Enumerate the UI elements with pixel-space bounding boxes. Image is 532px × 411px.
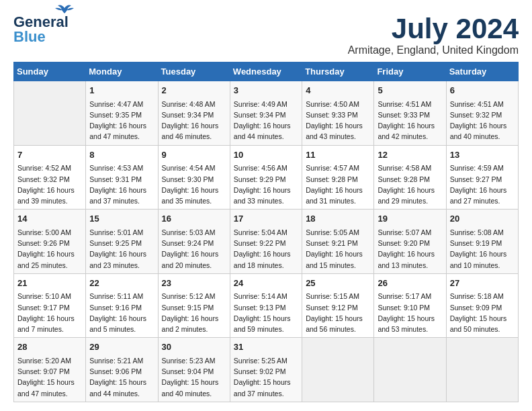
day-info: Sunrise: 5:18 AM Sunset: 9:09 PM Dayligh… xyxy=(450,291,515,334)
day-number: 22 xyxy=(89,277,154,290)
day-number: 30 xyxy=(162,340,226,354)
day-info: Sunrise: 5:25 AM Sunset: 9:02 PM Dayligh… xyxy=(234,355,298,399)
day-info: Sunrise: 5:21 AM Sunset: 9:06 PM Dayligh… xyxy=(89,355,154,399)
calendar-cell: 28Sunrise: 5:20 AM Sunset: 9:07 PM Dayli… xyxy=(14,338,86,402)
day-info: Sunrise: 5:08 AM Sunset: 9:19 PM Dayligh… xyxy=(450,227,515,271)
calendar-cell: 10Sunrise: 4:56 AM Sunset: 9:29 PM Dayli… xyxy=(230,145,302,210)
day-info: Sunrise: 4:53 AM Sunset: 9:31 PM Dayligh… xyxy=(89,163,154,206)
calendar-cell: 19Sunrise: 5:07 AM Sunset: 9:20 PM Dayli… xyxy=(374,210,446,274)
day-number: 4 xyxy=(306,84,370,97)
calendar-cell xyxy=(374,338,446,402)
calendar-cell: 27Sunrise: 5:18 AM Sunset: 9:09 PM Dayli… xyxy=(446,273,518,338)
day-info: Sunrise: 4:57 AM Sunset: 9:28 PM Dayligh… xyxy=(306,163,370,206)
day-number: 18 xyxy=(306,212,370,226)
day-number: 25 xyxy=(306,277,370,290)
calendar-cell: 24Sunrise: 5:14 AM Sunset: 9:13 PM Dayli… xyxy=(230,273,302,338)
day-number: 26 xyxy=(378,277,442,290)
day-header-sunday: Sunday xyxy=(14,62,86,81)
day-info: Sunrise: 4:49 AM Sunset: 9:34 PM Dayligh… xyxy=(234,99,298,142)
day-info: Sunrise: 5:01 AM Sunset: 9:25 PM Dayligh… xyxy=(89,227,154,271)
day-info: Sunrise: 4:59 AM Sunset: 9:27 PM Dayligh… xyxy=(450,163,515,206)
calendar-cell: 30Sunrise: 5:23 AM Sunset: 9:04 PM Dayli… xyxy=(158,338,230,402)
week-row-5: 28Sunrise: 5:20 AM Sunset: 9:07 PM Dayli… xyxy=(14,338,519,402)
calendar-cell xyxy=(302,338,374,402)
day-info: Sunrise: 5:20 AM Sunset: 9:07 PM Dayligh… xyxy=(17,355,82,399)
day-number: 10 xyxy=(234,148,298,162)
calendar-cell: 29Sunrise: 5:21 AM Sunset: 9:06 PM Dayli… xyxy=(86,338,158,402)
day-info: Sunrise: 5:15 AM Sunset: 9:12 PM Dayligh… xyxy=(306,291,370,334)
days-header-row: SundayMondayTuesdayWednesdayThursdayFrid… xyxy=(14,62,519,81)
day-number: 28 xyxy=(17,340,82,354)
calendar-cell: 21Sunrise: 5:10 AM Sunset: 9:17 PM Dayli… xyxy=(14,273,86,338)
day-info: Sunrise: 5:11 AM Sunset: 9:16 PM Dayligh… xyxy=(89,291,154,334)
day-info: Sunrise: 5:04 AM Sunset: 9:22 PM Dayligh… xyxy=(234,227,298,271)
day-info: Sunrise: 5:17 AM Sunset: 9:10 PM Dayligh… xyxy=(378,291,442,334)
calendar-cell: 22Sunrise: 5:11 AM Sunset: 9:16 PM Dayli… xyxy=(86,273,158,338)
day-info: Sunrise: 4:52 AM Sunset: 9:32 PM Dayligh… xyxy=(17,163,82,206)
day-number: 5 xyxy=(378,84,442,97)
day-header-tuesday: Tuesday xyxy=(158,62,230,81)
calendar-cell: 6Sunrise: 4:51 AM Sunset: 9:32 PM Daylig… xyxy=(446,81,518,146)
week-row-4: 21Sunrise: 5:10 AM Sunset: 9:17 PM Dayli… xyxy=(14,273,519,338)
calendar-cell: 11Sunrise: 4:57 AM Sunset: 9:28 PM Dayli… xyxy=(302,145,374,210)
location: Armitage, England, United Kingdom xyxy=(348,44,519,56)
calendar-cell: 7Sunrise: 4:52 AM Sunset: 9:32 PM Daylig… xyxy=(14,145,86,210)
day-info: Sunrise: 4:56 AM Sunset: 9:29 PM Dayligh… xyxy=(234,163,298,206)
day-number: 27 xyxy=(450,277,515,290)
day-header-saturday: Saturday xyxy=(446,62,518,81)
day-header-friday: Friday xyxy=(374,62,446,81)
calendar-cell: 31Sunrise: 5:25 AM Sunset: 9:02 PM Dayli… xyxy=(230,338,302,402)
calendar-cell: 8Sunrise: 4:53 AM Sunset: 9:31 PM Daylig… xyxy=(86,145,158,210)
logo-bird-icon xyxy=(55,4,74,16)
day-info: Sunrise: 4:48 AM Sunset: 9:34 PM Dayligh… xyxy=(162,99,226,142)
day-number: 13 xyxy=(450,148,515,162)
day-number: 23 xyxy=(162,277,226,290)
day-number: 11 xyxy=(306,148,370,162)
calendar-cell: 1Sunrise: 4:47 AM Sunset: 9:35 PM Daylig… xyxy=(86,81,158,146)
day-number: 8 xyxy=(89,148,154,162)
day-number: 31 xyxy=(234,340,298,354)
day-info: Sunrise: 5:14 AM Sunset: 9:13 PM Dayligh… xyxy=(234,291,298,334)
day-info: Sunrise: 5:12 AM Sunset: 9:15 PM Dayligh… xyxy=(162,291,226,334)
calendar-cell: 23Sunrise: 5:12 AM Sunset: 9:15 PM Dayli… xyxy=(158,273,230,338)
day-info: Sunrise: 5:05 AM Sunset: 9:21 PM Dayligh… xyxy=(306,227,370,271)
day-info: Sunrise: 4:47 AM Sunset: 9:35 PM Dayligh… xyxy=(89,99,154,142)
week-row-2: 7Sunrise: 4:52 AM Sunset: 9:32 PM Daylig… xyxy=(14,145,519,210)
day-info: Sunrise: 4:50 AM Sunset: 9:33 PM Dayligh… xyxy=(306,99,370,142)
calendar-cell: 12Sunrise: 4:58 AM Sunset: 9:28 PM Dayli… xyxy=(374,145,446,210)
month-title: July 2024 xyxy=(348,13,519,44)
day-number: 3 xyxy=(234,84,298,97)
week-row-3: 14Sunrise: 5:00 AM Sunset: 9:26 PM Dayli… xyxy=(14,210,519,274)
day-info: Sunrise: 4:58 AM Sunset: 9:28 PM Dayligh… xyxy=(378,163,442,206)
logo: General Blue xyxy=(13,13,69,46)
day-number: 7 xyxy=(17,148,82,162)
day-number: 21 xyxy=(17,277,82,290)
calendar-cell: 16Sunrise: 5:03 AM Sunset: 9:24 PM Dayli… xyxy=(158,210,230,274)
calendar-cell: 20Sunrise: 5:08 AM Sunset: 9:19 PM Dayli… xyxy=(446,210,518,274)
day-number: 19 xyxy=(378,212,442,226)
day-number: 1 xyxy=(89,84,154,97)
calendar-cell xyxy=(14,81,86,146)
calendar-cell xyxy=(446,338,518,402)
page-header: General Blue July 2024 Armitage, England… xyxy=(13,13,519,56)
day-info: Sunrise: 5:00 AM Sunset: 9:26 PM Dayligh… xyxy=(17,227,82,271)
calendar-cell: 26Sunrise: 5:17 AM Sunset: 9:10 PM Dayli… xyxy=(374,273,446,338)
calendar-cell: 5Sunrise: 4:51 AM Sunset: 9:33 PM Daylig… xyxy=(374,81,446,146)
day-info: Sunrise: 5:23 AM Sunset: 9:04 PM Dayligh… xyxy=(162,355,226,399)
calendar-cell: 15Sunrise: 5:01 AM Sunset: 9:25 PM Dayli… xyxy=(86,210,158,274)
title-block: July 2024 Armitage, England, United King… xyxy=(348,13,519,56)
day-number: 17 xyxy=(234,212,298,226)
calendar-cell: 17Sunrise: 5:04 AM Sunset: 9:22 PM Dayli… xyxy=(230,210,302,274)
day-info: Sunrise: 5:03 AM Sunset: 9:24 PM Dayligh… xyxy=(162,227,226,271)
calendar-cell: 18Sunrise: 5:05 AM Sunset: 9:21 PM Dayli… xyxy=(302,210,374,274)
calendar-cell: 9Sunrise: 4:54 AM Sunset: 9:30 PM Daylig… xyxy=(158,145,230,210)
day-header-thursday: Thursday xyxy=(302,62,374,81)
calendar-cell: 4Sunrise: 4:50 AM Sunset: 9:33 PM Daylig… xyxy=(302,81,374,146)
calendar-cell: 13Sunrise: 4:59 AM Sunset: 9:27 PM Dayli… xyxy=(446,145,518,210)
calendar-cell: 14Sunrise: 5:00 AM Sunset: 9:26 PM Dayli… xyxy=(14,210,86,274)
calendar-table: SundayMondayTuesdayWednesdayThursdayFrid… xyxy=(13,62,519,402)
day-number: 15 xyxy=(89,212,154,226)
day-info: Sunrise: 5:10 AM Sunset: 9:17 PM Dayligh… xyxy=(17,291,82,334)
day-info: Sunrise: 5:07 AM Sunset: 9:20 PM Dayligh… xyxy=(378,227,442,271)
week-row-1: 1Sunrise: 4:47 AM Sunset: 9:35 PM Daylig… xyxy=(14,81,519,146)
